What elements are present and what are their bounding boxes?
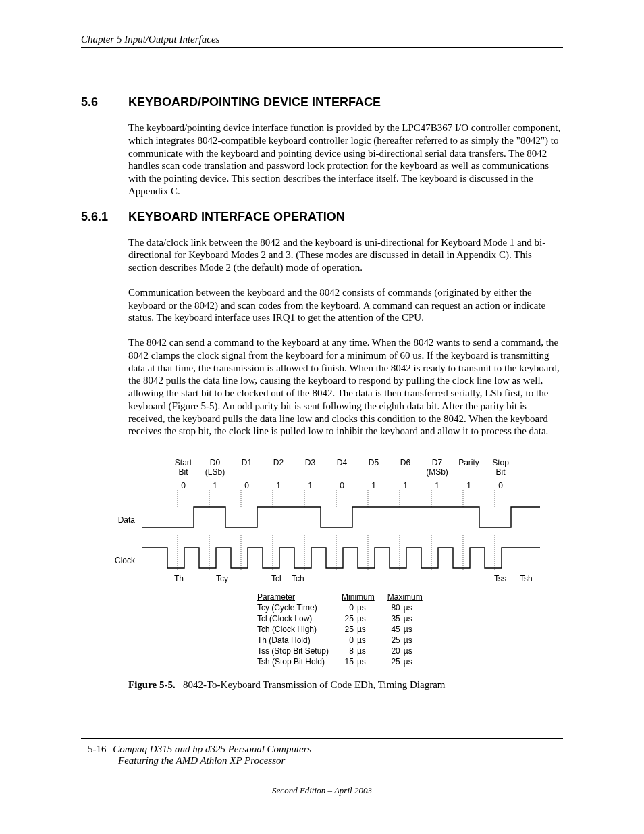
col-parameter: Parameter [257,592,341,602]
table-row: Tch (Clock High) 25µs 45µs [257,624,435,635]
col-minimum: Minimum [341,592,387,602]
bit-label: D6 [390,458,421,477]
figure-caption: Figure 5-5. 8042-To-Keyboard Transmissio… [128,679,563,691]
bit-label: StopBit [485,458,516,477]
bit-value: 1 [390,481,421,490]
svg-text:Data: Data [118,515,136,525]
bit-value: 1 [453,481,485,490]
section-title: KEYBOARD INTERFACE OPERATION [128,210,345,224]
table-row: Tcy (Cycle Time) 0µs 80µs [257,602,435,613]
table-row: Tsh (Stop Bit Hold) 15µs 25µs [257,656,435,667]
bit-label-row: StartBit D0(LSb) D1 D2 D3 D4 D5 D6 D7(MS… [95,458,563,477]
footer-edition: Second Edition – April 2003 [81,785,563,796]
table-row: Tss (Stop Bit Setup) 8µs 20µs [257,646,435,656]
paragraph: Communication between the keyboard and t… [128,286,563,324]
table-row: Th (Data Hold) 0µs 25µs [257,635,435,646]
bit-label: Parity [453,458,485,477]
bit-value: 1 [263,481,294,490]
bit-value-row: 0 1 0 1 1 0 1 1 1 1 0 [95,481,563,490]
svg-text:Th: Th [174,574,184,583]
svg-text:Tsh: Tsh [520,574,533,583]
section-number: 5.6 [81,95,128,109]
paragraph: The keyboard/pointing device interface f… [128,122,563,198]
paragraph: The data/clock link between the 8042 and… [128,236,563,274]
bit-value: 1 [421,481,453,490]
page-footer: 5-16 Compaq D315 and hp d325 Personal Co… [81,738,563,796]
bit-value: 0 [485,481,516,490]
bit-value: 0 [231,481,263,490]
bit-value: 1 [199,481,231,490]
svg-text:Tch: Tch [292,574,304,583]
section-5-6-1: 5.6.1 KEYBOARD INTERFACE OPERATION [81,210,563,224]
footer-title-2: Featuring the AMD Athlon XP Processor [118,755,563,766]
timing-waveforms: Data Clock Th Tcy Tcl Tch Tss Tsh [95,490,554,585]
bit-label: D3 [294,458,326,477]
paragraph: The 8042 can send a command to the keybo… [128,336,563,438]
svg-text:Clock: Clock [115,556,136,565]
svg-text:Tcy: Tcy [216,574,228,583]
table-row: Tcl (Clock Low) 25µs 35µs [257,613,435,624]
bit-value: 0 [167,481,199,490]
bit-label: D0(LSb) [199,458,231,477]
footer-title-1: Compaq D315 and hp d325 Personal Compute… [113,744,311,754]
bit-label: D1 [231,458,263,477]
bit-label: StartBit [167,458,199,477]
bit-label: D4 [326,458,358,477]
section-title: KEYBOARD/POINTING DEVICE INTERFACE [128,95,381,109]
col-maximum: Maximum [387,592,435,602]
bit-label: D2 [263,458,294,477]
bit-label: D5 [358,458,390,477]
section-number: 5.6.1 [81,210,128,224]
table-header-row: Parameter Minimum Maximum [257,592,435,602]
section-5-6: 5.6 KEYBOARD/POINTING DEVICE INTERFACE [81,95,563,109]
figure-label: Figure 5-5. [128,679,176,690]
bit-value: 1 [358,481,390,490]
bit-value: 0 [326,481,358,490]
svg-text:Tcl: Tcl [271,574,281,583]
page-header: Chapter 5 Input/Output Interfaces [81,34,563,48]
figure-caption-text: 8042-To-Keyboard Transmission of Code ED… [183,679,446,690]
timing-parameter-table: Parameter Minimum Maximum Tcy (Cycle Tim… [257,592,435,667]
chapter-line: Chapter 5 Input/Output Interfaces [81,34,219,45]
bit-value: 1 [294,481,326,490]
svg-text:Tss: Tss [494,574,506,583]
page-number: 5-16 [88,744,107,754]
bit-label: D7(MSb) [421,458,453,477]
timing-diagram-figure: StartBit D0(LSb) D1 D2 D3 D4 D5 D6 D7(MS… [95,458,563,667]
